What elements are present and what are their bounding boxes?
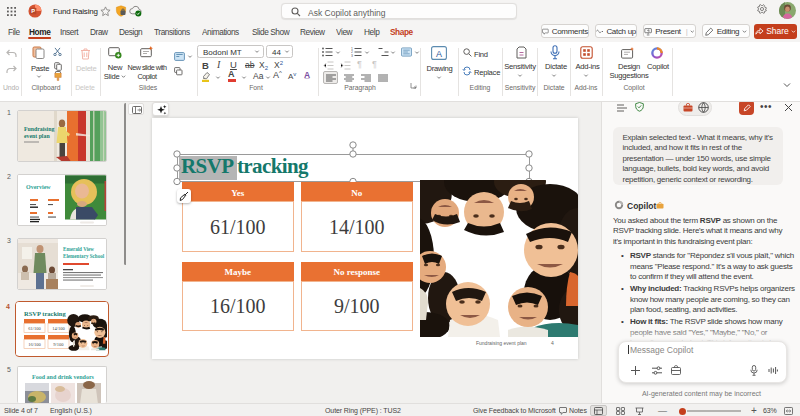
svg-text:9/100: 9/100 [53,342,64,347]
svg-text:16/100: 16/100 [28,342,41,347]
svg-text:event plan: event plan [24,133,50,139]
svg-text:Food and drink vendors: Food and drink vendors [32,374,95,380]
svg-text:Fundraising: Fundraising [24,126,54,132]
svg-text:61/100: 61/100 [28,326,41,331]
svg-text:Emerald View: Emerald View [63,246,94,252]
svg-text:P: P [31,8,35,14]
svg-text:A: A [436,49,442,59]
svg-text:Elementary School: Elementary School [63,253,105,259]
svg-text:3: 3 [351,54,353,57]
svg-text:14/100: 14/100 [52,326,65,331]
svg-text:RSVP tracking: RSVP tracking [24,310,66,317]
svg-text:Overview: Overview [26,184,51,190]
